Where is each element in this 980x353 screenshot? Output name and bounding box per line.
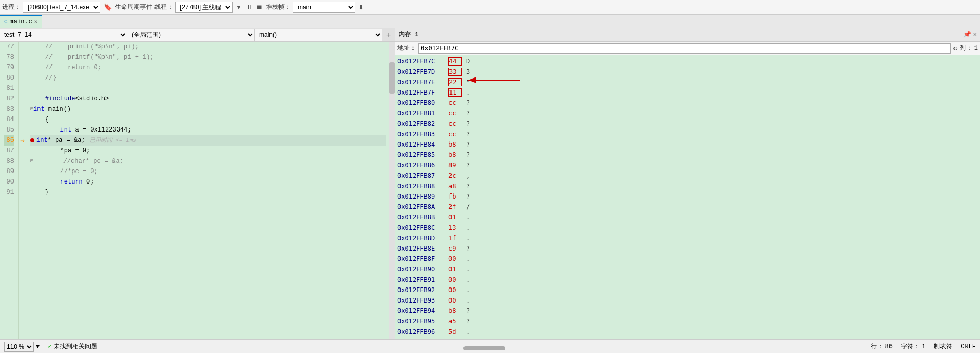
mem-hex-13: fb [448,193,462,200]
mem-addr-21: 0x012FFB91 [397,276,444,283]
mem-hex-18: c9 [448,245,462,252]
memory-row-25: 0x012FFB95a5? [397,316,978,326]
mem-char-22: . [466,286,470,294]
mem-hex-12: a8 [448,182,462,190]
pin-icon[interactable]: 📌 [963,31,971,38]
ln-88: 88 [4,156,14,166]
mem-hex-3: 11 [448,88,462,97]
memory-panel: 内存 1 📌 ✕ 地址： ↻ 列： 1 [395,28,980,339]
mem-char-7: ? [466,130,470,138]
mem-addr-19: 0x012FFB8F [397,255,444,263]
mem-addr-18: 0x012FFB8E [397,245,444,252]
code-content[interactable]: // printf("%p\n", pi); // printf("%p\n",… [28,42,389,339]
code-line-90: return 0; [30,177,386,187]
memory-row-14: 0x012FFB8A2f/ [397,202,978,212]
memory-row-0: 0x012FFB7C44D [397,56,978,67]
red-arrow-container [463,75,525,87]
editor-header: test_7_14 (全局范围) main() + [0,28,395,42]
mem-hex-17: 1f [448,234,462,242]
memory-row-10: 0x012FFB8689? [397,160,978,171]
refresh-icon[interactable]: ↻ [953,44,957,53]
mem-hex-6: cc [448,120,462,127]
stack-down-icon[interactable]: ⬇ [357,3,365,12]
pause-icon[interactable]: ⏸ [245,3,253,12]
add-watch-button[interactable]: + [382,29,395,41]
thread-select[interactable]: [27780] 主线程 [175,2,233,13]
mem-addr-23: 0x012FFB93 [397,297,444,304]
mem-addr-24: 0x012FFB94 [397,307,444,315]
mem-char-15: . [466,214,470,221]
memory-close-icon[interactable]: ✕ [973,31,977,38]
code-line-87: *pa = 0; [30,146,386,156]
col-value: 1 [974,45,978,52]
mem-char-13: ? [466,193,470,200]
mem-addr-25: 0x012FFB95 [397,318,444,325]
mem-char-0: D [466,58,470,65]
main-layout: test_7_14 (全局范围) main() + 77 78 79 80 81… [0,28,980,339]
zoom-down-icon[interactable]: ▼ [36,343,40,350]
mem-char-1: 3 [466,68,470,75]
status-ok-icon: ✓ [48,343,51,350]
mem-char-17: . [466,234,470,242]
ln-84: 84 [4,114,14,125]
code-line-80: //} [30,73,386,83]
status-hscrollbar-thumb[interactable] [463,346,505,350]
mem-hex-15: 01 [448,214,462,221]
mem-hex-4: cc [448,99,462,107]
separator1: 🔖 [104,3,112,11]
process-select[interactable]: [20600] test_7_14.exe [23,2,100,13]
editor-area: test_7_14 (全局范围) main() + 77 78 79 80 81… [0,28,395,339]
tab-icon: C [4,19,8,25]
mem-hex-9: b8 [448,151,462,159]
process-label: 进程： [2,3,21,11]
mem-hex-2: 22 [448,78,462,86]
gutter-81 [19,83,28,94]
memory-row-19: 0x012FFB8F00. [397,254,978,264]
mem-addr-14: 0x012FFB8A [397,203,444,211]
lifecycle-label: 生命周期事件 [115,3,152,11]
mem-hex-11: 2c [448,172,462,179]
mem-hex-22: 00 [448,286,462,294]
gutter: ⇒ [19,42,28,339]
status-ok-item: ✓ 未找到相关问题 [48,342,97,351]
memory-header-controls: 📌 ✕ [963,31,977,38]
gutter-79 [19,62,28,73]
tab-label: main.c [10,18,32,25]
stop-icon[interactable]: ⏹ [255,3,264,12]
zoom-select[interactable]: 110 % [4,342,34,352]
mem-char-19: . [466,255,470,263]
editor-vscrollbar[interactable] [389,42,395,339]
scope-select[interactable]: test_7_14 [0,29,127,41]
gutter-86: ⇒ [19,135,28,146]
row-item: 行： 86 [871,342,893,351]
col-label: 列： [960,44,972,53]
gutter-83 [19,104,28,114]
tab-close-icon[interactable]: ✕ [34,18,38,25]
memory-panel-header: 内存 1 📌 ✕ [395,28,980,42]
mem-hex-10: 89 [448,162,462,169]
code-line-88: ⊟ //char* pc = &a; [30,156,386,166]
tab-main-c[interactable]: C main.c ✕ [0,15,42,28]
mem-char-5: ? [466,110,470,117]
mem-hex-0: 44 [448,57,462,66]
ln-78: 78 [4,52,14,62]
crlf-value: CRLF [961,343,976,350]
memory-row-9: 0x012FFB85b8? [397,150,978,160]
gutter-84 [19,114,28,125]
filter-icon[interactable]: ▼ [235,3,243,12]
gutter-91 [19,187,28,198]
ln-81: 81 [4,83,14,94]
mem-char-6: ? [466,120,470,127]
stack-select[interactable]: main [293,2,355,13]
func-select[interactable]: main() [255,29,382,41]
mem-addr-9: 0x012FFB85 [397,151,444,159]
memory-addr-bar: 地址： ↻ 列： 1 [395,42,980,55]
memory-row-11: 0x012FFB872c, [397,171,978,181]
addr-input[interactable] [418,43,951,54]
memory-row-13: 0x012FFB89fb? [397,191,978,202]
memory-row-21: 0x012FFB9100. [397,274,978,285]
editor-vscrollbar-thumb[interactable] [389,62,395,94]
thread-label: 线程： [154,3,173,11]
global-scope-select[interactable]: (全局范围) [127,29,255,41]
mem-addr-11: 0x012FFB87 [397,172,444,179]
